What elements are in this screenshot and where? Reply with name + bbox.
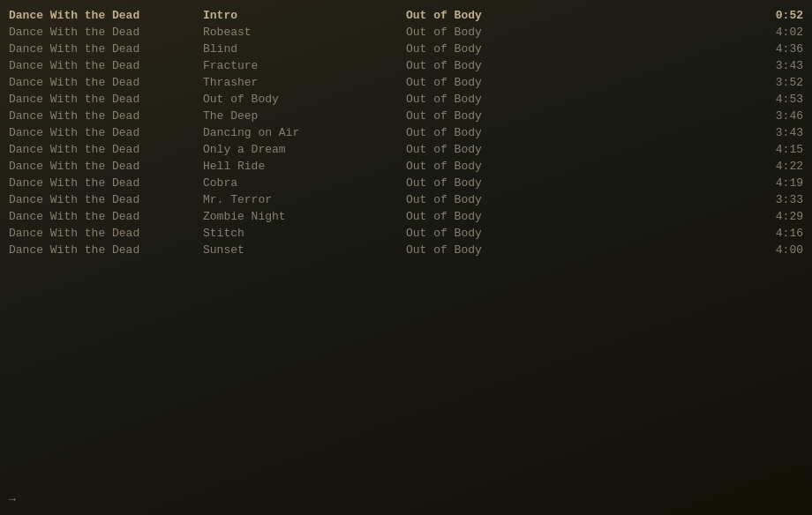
track-album: Out of Body bbox=[406, 93, 750, 106]
header-title: Intro bbox=[203, 9, 406, 22]
track-title: Zombie Night bbox=[203, 210, 406, 223]
track-artist: Dance With the Dead bbox=[9, 210, 203, 223]
track-artist: Dance With the Dead bbox=[9, 243, 203, 257]
table-row[interactable]: Dance With the DeadDancing on AirOut of … bbox=[0, 124, 812, 141]
track-album: Out of Body bbox=[406, 76, 750, 89]
track-duration: 4:16 bbox=[750, 227, 803, 240]
track-title: Out of Body bbox=[203, 93, 406, 106]
track-duration: 4:19 bbox=[750, 176, 803, 190]
track-title: Mr. Terror bbox=[203, 193, 406, 206]
track-duration: 3:33 bbox=[750, 193, 803, 206]
track-list: Dance With the Dead Intro Out of Body 0:… bbox=[0, 0, 812, 265]
track-artist: Dance With the Dead bbox=[9, 26, 203, 39]
table-row[interactable]: Dance With the DeadOnly a DreamOut of Bo… bbox=[0, 141, 812, 158]
track-album: Out of Body bbox=[406, 26, 750, 39]
track-artist: Dance With the Dead bbox=[9, 227, 203, 240]
track-title: Fracture bbox=[203, 59, 406, 72]
track-artist: Dance With the Dead bbox=[9, 109, 203, 123]
table-row[interactable]: Dance With the DeadThe DeepOut of Body3:… bbox=[0, 108, 812, 124]
track-artist: Dance With the Dead bbox=[9, 160, 203, 173]
track-title: Robeast bbox=[203, 26, 406, 39]
table-row[interactable]: Dance With the DeadStitchOut of Body4:16 bbox=[0, 225, 812, 242]
table-row[interactable]: Dance With the DeadZombie NightOut of Bo… bbox=[0, 208, 812, 225]
track-duration: 3:43 bbox=[750, 59, 803, 72]
header-duration: 0:52 bbox=[750, 9, 803, 22]
track-title: Cobra bbox=[203, 176, 406, 190]
track-duration: 4:36 bbox=[750, 42, 803, 56]
table-header: Dance With the Dead Intro Out of Body 0:… bbox=[0, 7, 812, 24]
table-row[interactable]: Dance With the DeadMr. TerrorOut of Body… bbox=[0, 191, 812, 208]
arrow-indicator: → bbox=[9, 493, 16, 506]
track-duration: 3:43 bbox=[750, 126, 803, 139]
table-row[interactable]: Dance With the DeadThrasherOut of Body3:… bbox=[0, 74, 812, 91]
track-album: Out of Body bbox=[406, 243, 750, 257]
track-duration: 4:00 bbox=[750, 243, 803, 257]
track-album: Out of Body bbox=[406, 126, 750, 139]
track-artist: Dance With the Dead bbox=[9, 76, 203, 89]
header-album: Out of Body bbox=[406, 9, 750, 22]
track-album: Out of Body bbox=[406, 176, 750, 190]
track-artist: Dance With the Dead bbox=[9, 93, 203, 106]
track-title: Thrasher bbox=[203, 76, 406, 89]
track-artist: Dance With the Dead bbox=[9, 126, 203, 139]
track-title: Blind bbox=[203, 42, 406, 56]
track-duration: 4:15 bbox=[750, 143, 803, 156]
table-row[interactable]: Dance With the DeadHell RideOut of Body4… bbox=[0, 158, 812, 175]
header-artist: Dance With the Dead bbox=[9, 9, 203, 22]
track-duration: 4:22 bbox=[750, 160, 803, 173]
track-album: Out of Body bbox=[406, 227, 750, 240]
table-row[interactable]: Dance With the DeadSunsetOut of Body4:00 bbox=[0, 242, 812, 258]
track-artist: Dance With the Dead bbox=[9, 42, 203, 56]
track-duration: 4:29 bbox=[750, 210, 803, 223]
track-title: Sunset bbox=[203, 243, 406, 257]
track-artist: Dance With the Dead bbox=[9, 176, 203, 190]
track-album: Out of Body bbox=[406, 42, 750, 56]
track-album: Out of Body bbox=[406, 210, 750, 223]
track-duration: 4:02 bbox=[750, 26, 803, 39]
track-duration: 3:46 bbox=[750, 109, 803, 123]
tracks-body: Dance With the DeadRobeastOut of Body4:0… bbox=[0, 24, 812, 258]
table-row[interactable]: Dance With the DeadBlindOut of Body4:36 bbox=[0, 41, 812, 57]
table-row[interactable]: Dance With the DeadRobeastOut of Body4:0… bbox=[0, 24, 812, 41]
track-album: Out of Body bbox=[406, 59, 750, 72]
track-album: Out of Body bbox=[406, 143, 750, 156]
track-duration: 3:52 bbox=[750, 76, 803, 89]
track-artist: Dance With the Dead bbox=[9, 143, 203, 156]
track-artist: Dance With the Dead bbox=[9, 59, 203, 72]
track-album: Out of Body bbox=[406, 109, 750, 123]
track-title: Dancing on Air bbox=[203, 126, 406, 139]
table-row[interactable]: Dance With the DeadCobraOut of Body4:19 bbox=[0, 175, 812, 191]
track-album: Out of Body bbox=[406, 193, 750, 206]
track-title: Hell Ride bbox=[203, 160, 406, 173]
track-album: Out of Body bbox=[406, 160, 750, 173]
track-duration: 4:53 bbox=[750, 93, 803, 106]
track-title: Stitch bbox=[203, 227, 406, 240]
table-row[interactable]: Dance With the DeadOut of BodyOut of Bod… bbox=[0, 91, 812, 108]
track-title: Only a Dream bbox=[203, 143, 406, 156]
table-row[interactable]: Dance With the DeadFractureOut of Body3:… bbox=[0, 57, 812, 74]
track-title: The Deep bbox=[203, 109, 406, 123]
track-artist: Dance With the Dead bbox=[9, 193, 203, 206]
